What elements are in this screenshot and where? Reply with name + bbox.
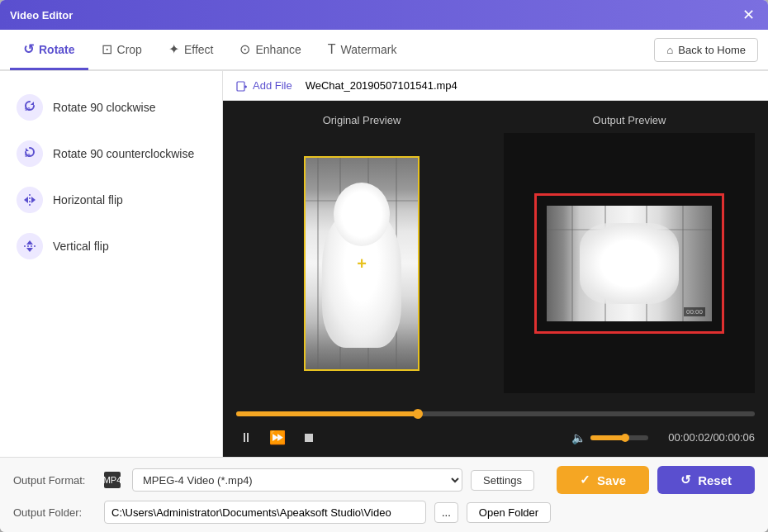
tab-watermark[interactable]: T Watermark	[315, 31, 410, 70]
title-bar: Video Editor ✕	[0, 0, 768, 30]
main-panel: Add File WeChat_20190507101541.mp4 Origi…	[223, 71, 768, 457]
folder-path-input[interactable]	[104, 501, 426, 524]
output-video-frame: 00:00	[534, 193, 724, 334]
volume-bar[interactable]	[590, 435, 648, 440]
volume-thumb	[621, 434, 629, 442]
flip-v-label: Vertical flip	[53, 240, 109, 253]
volume-icon: 🔈	[571, 431, 585, 444]
browse-button[interactable]: ...	[434, 502, 458, 523]
rotate-ccw-label: Rotate 90 counterclockwise	[53, 147, 194, 160]
progress-thumb	[413, 409, 423, 419]
svg-marker-7	[26, 248, 33, 252]
close-button[interactable]: ✕	[739, 7, 758, 22]
rotate-ccw-icon: 90	[17, 140, 43, 167]
pause-button[interactable]: ⏸	[236, 427, 256, 449]
output-black-bg: 00:00	[504, 133, 755, 393]
tab-enhance-label: Enhance	[255, 43, 301, 56]
svg-marker-3	[24, 197, 28, 203]
original-video-frame: +	[304, 156, 420, 371]
rotate-cw-icon: 90	[17, 94, 43, 121]
crop-tab-icon: ⊡	[102, 41, 112, 57]
original-preview-box: +	[236, 133, 487, 393]
output-preview-box: 00:00	[504, 133, 755, 393]
svg-text:90: 90	[25, 107, 31, 112]
time-display: 00:00:02/00:00:06	[668, 431, 755, 444]
content-area: 90 Rotate 90 clockwise 90 Rotate 90 coun…	[0, 71, 768, 457]
output-folder-label: Output Folder:	[13, 506, 96, 519]
settings-button[interactable]: Settings	[471, 470, 534, 491]
svg-marker-6	[26, 240, 33, 245]
progress-fill	[236, 411, 418, 416]
output-preview-panel: Output Preview	[504, 114, 755, 393]
sidebar-item-flip-h[interactable]: Horizontal flip	[0, 177, 222, 223]
playback-controls: ⏸ ⏩ ⏹ 🔈 00:00:02/00:00:06	[223, 421, 768, 457]
current-file-name: WeChat_20190507101541.mp4	[306, 79, 457, 92]
tab-crop-label: Crop	[117, 43, 142, 56]
video-editor-window: Video Editor ✕ ↺ Rotate ⊡ Crop ✦ Effect …	[0, 0, 768, 532]
save-button[interactable]: ✓ Save	[557, 466, 649, 494]
add-file-label: Add File	[253, 79, 292, 92]
open-folder-button[interactable]: Open Folder	[467, 502, 551, 523]
svg-marker-4	[31, 197, 36, 203]
format-row: Output Format: MP4 MPEG-4 Video (*.mp4) …	[13, 466, 755, 494]
bottom-bar: Output Format: MP4 MPEG-4 Video (*.mp4) …	[0, 457, 768, 532]
video-timestamp-watermark: 00:00	[684, 307, 705, 316]
effect-tab-icon: ✦	[168, 41, 179, 57]
mp4-format-icon: MP4	[104, 472, 121, 488]
sidebar: 90 Rotate 90 clockwise 90 Rotate 90 coun…	[0, 71, 223, 457]
tab-effect-label: Effect	[184, 43, 214, 56]
home-icon: ⌂	[666, 44, 673, 56]
volume-fill	[590, 435, 625, 440]
tab-enhance[interactable]: ⊙ Enhance	[226, 31, 314, 70]
file-bar: Add File WeChat_20190507101541.mp4	[223, 71, 768, 101]
reset-icon: ↺	[680, 473, 691, 487]
tab-bar: ↺ Rotate ⊡ Crop ✦ Effect ⊙ Enhance T Wat…	[0, 30, 768, 71]
rotate-tab-icon: ↺	[23, 41, 34, 57]
action-buttons: ✓ Save ↺ Reset	[557, 466, 755, 494]
flip-h-icon	[17, 187, 43, 213]
video-progress-bar[interactable]	[236, 411, 755, 416]
flip-v-icon	[17, 233, 43, 259]
output-format-label: Output Format:	[13, 474, 96, 487]
sidebar-item-flip-v[interactable]: Vertical flip	[0, 223, 222, 269]
sidebar-item-rotate-ccw[interactable]: 90 Rotate 90 counterclockwise	[0, 131, 222, 177]
flip-h-label: Horizontal flip	[53, 193, 123, 207]
output-preview-label: Output Preview	[593, 114, 666, 126]
rotate-cw-label: Rotate 90 clockwise	[53, 101, 156, 114]
original-preview-label: Original Preview	[323, 114, 401, 126]
original-preview-panel: Original Preview	[236, 114, 487, 393]
watermark-tab-icon: T	[328, 42, 336, 57]
tab-crop[interactable]: ⊡ Crop	[88, 31, 155, 70]
window-title: Video Editor	[10, 9, 73, 21]
back-home-label: Back to Home	[678, 44, 746, 56]
reset-label: Reset	[698, 473, 732, 487]
tab-rotate-label: Rotate	[39, 43, 75, 56]
forward-button[interactable]: ⏩	[266, 426, 289, 449]
add-file-button[interactable]: Add File	[236, 79, 292, 92]
svg-rect-8	[237, 82, 244, 91]
sidebar-item-rotate-cw[interactable]: 90 Rotate 90 clockwise	[0, 84, 222, 131]
volume-control: 🔈	[571, 431, 648, 444]
save-label: Save	[597, 473, 626, 487]
progress-bar-area	[223, 406, 768, 421]
reset-button[interactable]: ↺ Reset	[657, 466, 755, 494]
folder-row: Output Folder: ... Open Folder	[13, 501, 755, 524]
preview-area: Original Preview	[223, 101, 768, 406]
crosshair-icon: +	[357, 255, 367, 272]
tab-watermark-label: Watermark	[341, 43, 397, 56]
svg-text:90: 90	[25, 153, 31, 158]
tab-rotate[interactable]: ↺ Rotate	[10, 31, 88, 70]
back-home-button[interactable]: ⌂ Back to Home	[654, 38, 758, 62]
format-select[interactable]: MPEG-4 Video (*.mp4)	[132, 468, 462, 492]
enhance-tab-icon: ⊙	[239, 41, 250, 57]
stop-button[interactable]: ⏹	[299, 427, 319, 449]
save-check-icon: ✓	[580, 473, 590, 487]
tab-effect[interactable]: ✦ Effect	[155, 31, 227, 70]
